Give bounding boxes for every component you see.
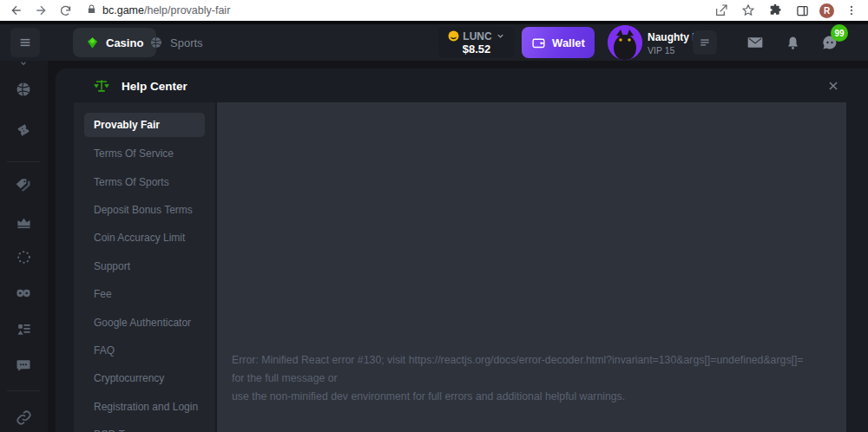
help-nav-item-terms-of-service[interactable]: Terms Of Service [74,140,215,167]
help-nav-item-deposit-bonus-terms[interactable]: Deposit Bonus Terms [74,196,215,224]
url-host: bc.game [102,4,144,16]
tab-casino[interactable]: Casino [73,28,156,57]
notifications-bell-icon[interactable] [782,32,803,53]
help-nav-item-support[interactable]: Support [74,252,215,280]
extensions-puzzle-icon[interactable] [766,1,785,20]
sidebar-club-icon[interactable] [13,283,34,304]
modal-header: Help Center [56,69,868,102]
currency-selector[interactable]: LUNC $8.52 [438,27,515,58]
scales-icon [94,78,109,97]
sidebar-divider [7,161,41,162]
browser-refresh-icon[interactable] [56,1,75,20]
sidebar-bets-ticket-icon[interactable] [13,120,34,141]
close-icon[interactable] [823,75,844,96]
bc-diamond-icon [86,36,99,49]
browser-back-icon[interactable] [7,1,26,20]
side-panel-icon[interactable] [792,1,812,20]
help-nav-item-registration-and-login[interactable]: Registration and Login [74,393,215,421]
wallet-icon [531,36,546,50]
sidebar-forum-chat-icon[interactable] [13,355,34,376]
browser-toolbar: bc.game/help/provably-fair R [0,0,868,21]
sidebar-promotions-tags-icon[interactable] [13,174,34,195]
chevron-down-icon [496,31,505,41]
sidebar-vip-crown-icon[interactable] [13,211,34,232]
bookmark-star-icon[interactable] [739,1,758,20]
inbox-mail-icon[interactable] [745,32,766,53]
currency-code: LUNC [463,30,491,43]
url-path: /help/provably-fair [144,4,230,16]
help-nav: Provably Fair Terms Of Service Terms Of … [74,102,215,432]
help-nav-item-fee[interactable]: Fee [74,280,215,308]
react-error-line1: Error: Minified React error #130; visit … [232,351,819,388]
help-nav-item-cryptocurrency[interactable]: Cryptocurrency [74,364,215,392]
address-bar[interactable]: bc.game/help/provably-fair [102,4,230,16]
wallet-label: Wallet [552,36,585,49]
tab-casino-label: Casino [106,36,143,49]
user-menu-button[interactable] [693,30,717,55]
sidebar-affiliate-link-icon[interactable] [13,407,34,428]
help-nav-item-clipped[interactable]: BCD Terms [74,421,215,432]
help-center-modal: Help Center Provably Fair Terms Of Servi… [56,69,868,432]
sidebar-sports-icon[interactable] [13,79,34,100]
help-nav-item-coin-accuracy-limit[interactable]: Coin Accuracy Limit [74,224,215,252]
site-header: Casino Sports LUNC $8.52 Wallet [0,24,868,61]
collapse-chevron-icon[interactable] [13,58,34,69]
browser-menu-dots-icon[interactable] [842,1,861,20]
modal-title: Help Center [122,80,187,93]
help-content-panel: Error: Minified React error #130; visit … [217,102,846,432]
react-error-line2: use the non-minified dev environment for… [232,388,819,406]
browser-profile-avatar[interactable]: R [819,3,834,18]
share-icon[interactable] [712,1,731,20]
site-sidebar [0,61,48,432]
react-error-message: Error: Minified React error #130; visit … [232,351,819,406]
help-nav-item-faq[interactable]: FAQ [74,337,215,364]
tab-sports[interactable]: Sports [149,28,203,57]
sports-ball-icon [149,36,163,49]
wallet-button[interactable]: Wallet [522,27,595,58]
currency-balance: $8.52 [463,43,491,56]
help-nav-item-google-authenticator[interactable]: Google Authenticator [74,308,215,336]
lock-icon[interactable] [87,3,96,18]
sidebar-ranking-icon[interactable] [13,318,34,339]
menu-toggle-button[interactable] [10,28,40,57]
sidebar-divider [7,390,41,391]
user-avatar[interactable] [608,25,642,60]
coin-icon [448,30,459,42]
chat-unread-badge: 99 [831,24,848,42]
help-nav-item-provably-fair[interactable]: Provably Fair [84,113,205,137]
sidebar-bonus-circle-icon[interactable] [13,246,34,267]
tab-sports-label: Sports [170,36,203,49]
help-nav-item-terms-of-sports[interactable]: Terms Of Sports [74,167,215,195]
browser-forward-icon[interactable] [31,1,50,20]
